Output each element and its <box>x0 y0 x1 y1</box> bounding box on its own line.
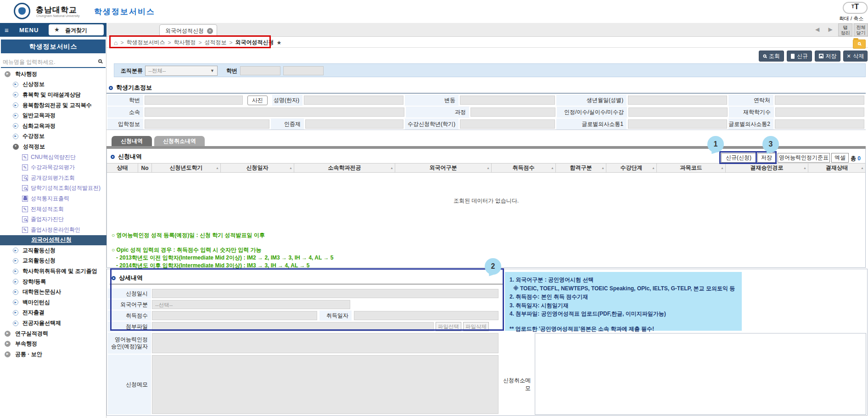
sidebar-item[interactable]: 전체성적조회 <box>0 204 106 215</box>
save-button[interactable]: 저장 <box>815 51 840 62</box>
student-no-input[interactable] <box>240 66 280 75</box>
sidebar-menu-tree: 학사행정 신상정보 휴복학 및 미래설계상담 융복합창의전공 및 교직복수 일반… <box>0 69 106 360</box>
breadcrumb-item[interactable]: 학생정보서비스 <box>126 39 165 46</box>
home-icon[interactable]: ⌂ <box>114 39 118 46</box>
sort-icon: ▲ <box>216 166 219 169</box>
sidebar-item[interactable]: 장학/등록 <box>0 277 106 287</box>
sidebar-item[interactable]: 전공자율선택제 <box>0 318 106 328</box>
save-application-button[interactable]: 저장 <box>757 153 776 163</box>
bookmark-star-icon[interactable]: ★ <box>277 40 282 46</box>
folder-search-icon[interactable] <box>853 40 866 49</box>
field-label: 과정 <box>406 107 469 118</box>
field-label: 성명(한자) <box>272 95 302 106</box>
column-header[interactable]: 합격구분▲ <box>556 164 606 172</box>
tab-close-icon[interactable]: × <box>207 28 213 34</box>
sidebar-item[interactable]: 융복합창의전공 및 교직복수 <box>0 100 106 111</box>
sidebar-item[interactable]: 공개강의평가조회 <box>0 173 106 183</box>
search-icon <box>858 42 861 45</box>
column-header[interactable]: 외국어구분▲ <box>395 164 492 172</box>
score-date-field[interactable] <box>354 311 498 320</box>
column-header[interactable]: 수강단계▲ <box>606 164 657 172</box>
org-type-select[interactable]: --전체--▼ <box>145 66 218 76</box>
file-delete-button[interactable]: 파일삭제 <box>463 322 489 331</box>
sidebar-item[interactable]: 전자출결 <box>0 308 106 318</box>
file-select-button[interactable]: 파일선택 <box>436 322 461 331</box>
lang-type-label: 외국어구분 <box>108 299 151 310</box>
field-label: 학번 <box>107 95 143 106</box>
student-no-label: 학번 <box>226 67 237 75</box>
sidebar-item[interactable]: 학사학위취득유예 및 조기졸업 <box>0 266 106 277</box>
new-application-button[interactable]: 신규(신청) <box>721 153 756 163</box>
grid-header-row: 상태 No 신청년도학기▲ 신청일자▲ 소속학과전공▲ 외국어구분▲ 취득점수▲… <box>107 163 865 173</box>
lang-type-select[interactable]: --선택-- <box>152 300 350 309</box>
excel-button[interactable]: 엑셀 <box>831 153 849 163</box>
new-button[interactable]: 신규 <box>787 51 812 62</box>
column-header[interactable]: 결재승인경로▲ <box>726 164 808 172</box>
breadcrumb-item[interactable]: 학사행정 <box>174 39 196 46</box>
column-header[interactable]: 결재상태▲ <box>808 164 865 172</box>
sidebar-item[interactable]: 일반교육과정 <box>0 110 106 121</box>
query-button[interactable]: 조회 <box>759 51 784 62</box>
sidebar-item[interactable]: 졸업자가진단 <box>0 214 106 225</box>
search-icon[interactable] <box>98 59 102 63</box>
star-icon: ★ <box>54 26 60 33</box>
favorites-button[interactable]: ★ 즐겨찾기 <box>49 24 104 35</box>
sidebar-item[interactable]: 대학원논문심사 <box>0 287 106 297</box>
sidebar-item[interactable]: 수강정보 <box>0 131 106 142</box>
sidebar-item[interactable]: 졸업사정온라인확인 <box>0 225 106 235</box>
sidebar-item-foreign-language-score-selected[interactable]: 외국어성적신청 <box>0 235 106 246</box>
sidebar-item[interactable]: 공통 · 보안 <box>0 349 106 360</box>
column-header[interactable]: 취득점수▲ <box>492 164 556 172</box>
photo-button[interactable]: 사진 <box>247 96 268 105</box>
pencil-icon <box>22 227 28 233</box>
sidebar-item[interactable]: 백마인턴십 <box>0 297 106 308</box>
score-date-label: 취득일자 <box>319 311 352 321</box>
sidebar-item-grade-info[interactable]: 성적정보 <box>0 141 106 152</box>
cancel-memo-box[interactable] <box>535 333 866 415</box>
sidebar-item[interactable]: 연구실적경력 <box>0 328 106 339</box>
sidebar-item[interactable]: 심화교육과정 <box>0 121 106 131</box>
delete-button[interactable]: ✕삭제 <box>843 51 868 62</box>
detail-separator <box>110 284 503 284</box>
student-name-input[interactable] <box>283 66 324 75</box>
menu-search-input[interactable] <box>3 58 92 66</box>
tab-prev-icon[interactable]: ◀ <box>815 26 823 33</box>
menu-label[interactable]: MENU <box>19 27 39 34</box>
sidebar-item[interactable]: 휴복학 및 미래설계상담 <box>0 90 106 100</box>
sidebar-item[interactable]: 교외활동신청 <box>0 256 106 266</box>
tab-cancel-history[interactable]: 신청취소내역 <box>154 136 205 146</box>
sidebar-item[interactable]: 교직활동신청 <box>0 245 106 256</box>
tab-application-history[interactable]: 신청내역 <box>112 136 152 146</box>
file-label: 첨부파일 <box>108 322 151 332</box>
sidebar-item[interactable]: 신상정보 <box>0 79 106 90</box>
tab-next-icon[interactable]: ▶ <box>829 26 836 33</box>
birthdate-field <box>628 96 727 105</box>
column-header[interactable]: 신청년도학기▲ <box>152 164 221 172</box>
sidebar-item[interactable]: CNU핵심역량진단 <box>0 152 106 163</box>
tab-foreign-language-score[interactable]: 외국어성적신청 × <box>159 24 217 37</box>
favorites-label: 즐겨찾기 <box>65 27 87 34</box>
sidebar-item[interactable]: 수강과목강의평가 <box>0 162 106 173</box>
column-header[interactable]: 신청일자▲ <box>221 164 294 172</box>
score-field[interactable] <box>152 311 317 320</box>
tab-organize-button[interactable]: 탭 정리 <box>838 23 852 36</box>
english-standard-button[interactable]: 영어능력인정기준표 <box>778 153 830 163</box>
column-header[interactable]: 상태 <box>107 164 138 172</box>
list-section-title: 신청내역 <box>111 153 142 161</box>
sidebar-item[interactable]: 부속행정 <box>0 339 106 349</box>
column-header[interactable]: No <box>138 164 152 172</box>
chevron-down-icon <box>13 144 19 150</box>
note-opic-2013: - 2013학년도 이전 입학자(Intermediate Mid 2이상) :… <box>116 254 333 262</box>
breadcrumb-item[interactable]: 성적정보 <box>205 39 227 46</box>
text-size-button[interactable]: TT <box>843 2 868 14</box>
memo-textarea[interactable] <box>152 355 498 414</box>
close-all-tabs-button[interactable]: 전체 닫기 <box>854 23 868 36</box>
column-header[interactable]: 소속학과전공▲ <box>294 164 395 172</box>
hamburger-icon[interactable]: ≡ <box>5 26 9 34</box>
sidebar-item-haksahaengjeong[interactable]: 학사행정 <box>0 69 106 79</box>
sidebar-item[interactable]: 당학기성적조회(성적발표전) <box>0 183 106 194</box>
column-header[interactable]: 과목코드▲ <box>657 164 726 172</box>
org-type-label: 조직분류 <box>121 67 143 75</box>
enrollment-grade-field <box>460 119 555 129</box>
sidebar-item[interactable]: 성적통지표출력 <box>0 193 106 204</box>
